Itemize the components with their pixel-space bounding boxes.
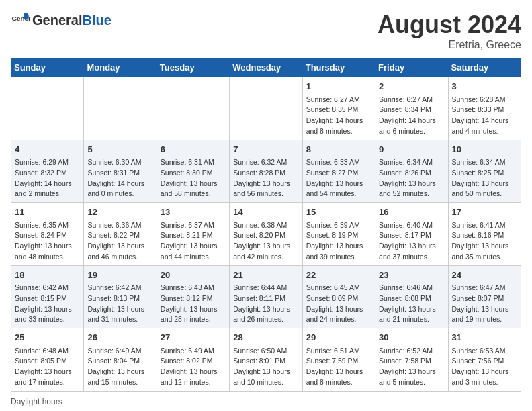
calendar-cell: 21Sunrise: 6:44 AM Sunset: 8:11 PM Dayli… [230, 265, 302, 328]
day-number: 3 [452, 80, 517, 93]
col-header-wednesday: Wednesday [230, 58, 302, 77]
calendar-header-row: SundayMondayTuesdayWednesdayThursdayFrid… [11, 58, 521, 77]
calendar-cell: 24Sunrise: 6:47 AM Sunset: 8:07 PM Dayli… [448, 265, 521, 328]
day-info: Sunrise: 6:40 AM Sunset: 8:17 PM Dayligh… [379, 220, 444, 263]
day-number: 22 [306, 269, 371, 282]
day-info: Sunrise: 6:33 AM Sunset: 8:27 PM Dayligh… [306, 157, 371, 199]
calendar-cell [157, 77, 229, 140]
day-number: 6 [161, 143, 226, 156]
location: Eretria, Greece [378, 39, 521, 51]
calendar-cell: 19Sunrise: 6:42 AM Sunset: 8:13 PM Dayli… [84, 265, 157, 328]
col-header-saturday: Saturday [448, 58, 521, 77]
logo-text: GeneralBlue [32, 13, 112, 28]
day-info: Sunrise: 6:36 AM Sunset: 8:22 PM Dayligh… [87, 220, 152, 263]
day-number: 10 [452, 143, 517, 156]
calendar-cell: 10Sunrise: 6:34 AM Sunset: 8:25 PM Dayli… [448, 140, 521, 203]
day-info: Sunrise: 6:32 AM Sunset: 8:28 PM Dayligh… [233, 157, 298, 199]
day-number: 12 [87, 205, 152, 219]
col-header-friday: Friday [375, 58, 448, 77]
day-number: 24 [452, 269, 517, 282]
calendar-cell: 18Sunrise: 6:42 AM Sunset: 8:15 PM Dayli… [11, 265, 84, 328]
day-number: 20 [161, 269, 226, 282]
calendar-cell: 26Sunrise: 6:49 AM Sunset: 8:04 PM Dayli… [84, 328, 157, 392]
calendar-cell: 30Sunrise: 6:52 AM Sunset: 7:58 PM Dayli… [375, 328, 448, 392]
day-number: 25 [15, 331, 80, 345]
day-info: Sunrise: 6:34 AM Sunset: 8:26 PM Dayligh… [379, 157, 444, 199]
day-info: Sunrise: 6:44 AM Sunset: 8:11 PM Dayligh… [233, 283, 298, 325]
calendar-cell: 17Sunrise: 6:41 AM Sunset: 8:16 PM Dayli… [448, 203, 521, 266]
calendar-cell: 9Sunrise: 6:34 AM Sunset: 8:26 PM Daylig… [375, 140, 448, 203]
day-info: Sunrise: 6:49 AM Sunset: 8:04 PM Dayligh… [87, 346, 152, 388]
day-info: Sunrise: 6:37 AM Sunset: 8:21 PM Dayligh… [161, 220, 226, 263]
day-info: Sunrise: 6:51 AM Sunset: 7:59 PM Dayligh… [306, 346, 371, 388]
calendar-cell: 1Sunrise: 6:27 AM Sunset: 8:35 PM Daylig… [302, 77, 375, 140]
day-number: 23 [379, 269, 444, 282]
calendar-cell: 31Sunrise: 6:53 AM Sunset: 7:56 PM Dayli… [448, 328, 521, 392]
day-number: 31 [452, 331, 517, 345]
week-row-3: 11Sunrise: 6:35 AM Sunset: 8:24 PM Dayli… [11, 203, 521, 266]
calendar-cell: 22Sunrise: 6:45 AM Sunset: 8:09 PM Dayli… [302, 265, 375, 328]
day-number: 4 [15, 143, 80, 156]
col-header-thursday: Thursday [302, 58, 375, 77]
calendar-table: SundayMondayTuesdayWednesdayThursdayFrid… [11, 58, 521, 392]
logo-icon: General [11, 11, 30, 30]
day-info: Sunrise: 6:27 AM Sunset: 8:34 PM Dayligh… [379, 95, 444, 137]
day-number: 17 [452, 205, 517, 219]
day-info: Sunrise: 6:53 AM Sunset: 7:56 PM Dayligh… [452, 346, 517, 388]
calendar-cell [230, 77, 302, 140]
logo: General GeneralBlue [11, 11, 112, 30]
day-number: 7 [233, 143, 298, 156]
day-number: 1 [306, 80, 371, 93]
day-number: 15 [306, 205, 371, 219]
page-header: General GeneralBlue August 2024 Eretria,… [11, 11, 521, 51]
day-number: 11 [15, 205, 80, 219]
day-info: Sunrise: 6:27 AM Sunset: 8:35 PM Dayligh… [306, 95, 371, 137]
day-info: Sunrise: 6:39 AM Sunset: 8:19 PM Dayligh… [306, 220, 371, 263]
calendar-cell: 27Sunrise: 6:49 AM Sunset: 8:02 PM Dayli… [157, 328, 229, 392]
day-number: 21 [233, 269, 298, 282]
title-block: August 2024 Eretria, Greece [378, 11, 521, 51]
day-info: Sunrise: 6:43 AM Sunset: 8:12 PM Dayligh… [161, 283, 226, 325]
col-header-sunday: Sunday [11, 58, 84, 77]
week-row-5: 25Sunrise: 6:48 AM Sunset: 8:05 PM Dayli… [11, 328, 521, 392]
calendar-cell: 7Sunrise: 6:32 AM Sunset: 8:28 PM Daylig… [230, 140, 302, 203]
day-number: 9 [379, 143, 444, 156]
day-info: Sunrise: 6:35 AM Sunset: 8:24 PM Dayligh… [15, 220, 80, 263]
calendar-cell: 5Sunrise: 6:30 AM Sunset: 8:31 PM Daylig… [84, 140, 157, 203]
footer-note: Daylight hours [11, 397, 521, 406]
calendar-cell: 25Sunrise: 6:48 AM Sunset: 8:05 PM Dayli… [11, 328, 84, 392]
calendar-cell: 2Sunrise: 6:27 AM Sunset: 8:34 PM Daylig… [375, 77, 448, 140]
day-number: 14 [233, 205, 298, 219]
calendar-cell: 29Sunrise: 6:51 AM Sunset: 7:59 PM Dayli… [302, 328, 375, 392]
day-info: Sunrise: 6:29 AM Sunset: 8:32 PM Dayligh… [15, 157, 80, 199]
day-number: 26 [87, 331, 152, 345]
day-info: Sunrise: 6:34 AM Sunset: 8:25 PM Dayligh… [452, 157, 517, 199]
day-number: 30 [379, 331, 444, 345]
day-info: Sunrise: 6:42 AM Sunset: 8:15 PM Dayligh… [15, 283, 80, 325]
day-info: Sunrise: 6:38 AM Sunset: 8:20 PM Dayligh… [233, 220, 298, 263]
week-row-4: 18Sunrise: 6:42 AM Sunset: 8:15 PM Dayli… [11, 265, 521, 328]
day-info: Sunrise: 6:30 AM Sunset: 8:31 PM Dayligh… [87, 157, 152, 199]
day-number: 2 [379, 80, 444, 93]
calendar-cell: 11Sunrise: 6:35 AM Sunset: 8:24 PM Dayli… [11, 203, 84, 266]
calendar-cell [11, 77, 84, 140]
logo-blue: Blue [82, 13, 111, 28]
col-header-tuesday: Tuesday [157, 58, 229, 77]
day-number: 29 [306, 331, 371, 345]
logo-general: General [32, 13, 82, 28]
week-row-2: 4Sunrise: 6:29 AM Sunset: 8:32 PM Daylig… [11, 140, 521, 203]
calendar-cell: 6Sunrise: 6:31 AM Sunset: 8:30 PM Daylig… [157, 140, 229, 203]
day-info: Sunrise: 6:46 AM Sunset: 8:08 PM Dayligh… [379, 283, 444, 325]
day-info: Sunrise: 6:28 AM Sunset: 8:33 PM Dayligh… [452, 95, 517, 137]
calendar-cell: 16Sunrise: 6:40 AM Sunset: 8:17 PM Dayli… [375, 203, 448, 266]
day-number: 28 [233, 331, 298, 345]
day-number: 18 [15, 269, 80, 282]
day-info: Sunrise: 6:49 AM Sunset: 8:02 PM Dayligh… [161, 346, 226, 388]
calendar-cell: 23Sunrise: 6:46 AM Sunset: 8:08 PM Dayli… [375, 265, 448, 328]
day-info: Sunrise: 6:42 AM Sunset: 8:13 PM Dayligh… [87, 283, 152, 325]
day-info: Sunrise: 6:48 AM Sunset: 8:05 PM Dayligh… [15, 346, 80, 388]
calendar-cell: 28Sunrise: 6:50 AM Sunset: 8:01 PM Dayli… [230, 328, 302, 392]
calendar-cell: 12Sunrise: 6:36 AM Sunset: 8:22 PM Dayli… [84, 203, 157, 266]
calendar-cell: 14Sunrise: 6:38 AM Sunset: 8:20 PM Dayli… [230, 203, 302, 266]
day-info: Sunrise: 6:47 AM Sunset: 8:07 PM Dayligh… [452, 283, 517, 325]
